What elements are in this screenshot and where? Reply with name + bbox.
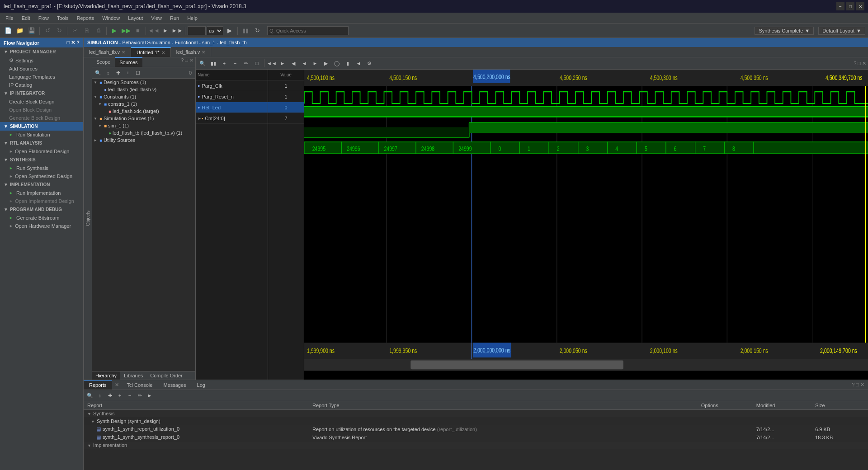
objects-panel[interactable]: Objects [84,57,92,380]
wave-prev-edge-button[interactable]: ◄◄ [267,58,277,68]
tree-led-flash-tb[interactable]: ● led_flash_tb (led_flash_tb.v) (1) [92,129,195,136]
wave-next-edge-button[interactable]: ► [278,58,288,68]
menu-tools[interactable]: Tools [53,14,72,22]
copy-button[interactable]: ⎘ [81,25,92,36]
tree-design-sources[interactable]: ▼ ■ Design Sources (1) [92,79,195,86]
nav-section-simulation-header[interactable]: ▼ SIMULATION [0,122,83,131]
implementation-collapse-icon[interactable]: ▼ [87,443,91,448]
step-forward-button[interactable]: ► [160,25,171,36]
wave-go-to-end-button[interactable]: ▶ [321,58,331,68]
menu-window[interactable]: Window [99,14,123,22]
new-file-button[interactable]: 📄 [3,25,14,36]
menu-edit[interactable]: Edit [18,14,34,22]
nav-item-create-block-design[interactable]: Create Block Design [0,98,83,106]
nav-section-synthesis-header[interactable]: ▼ SYNTHESIS [0,155,83,164]
nav-item-ip-catalog[interactable]: IP Catalog [0,81,83,89]
nav-item-open-synthesized-design[interactable]: ► Open Synthesized Design [0,172,83,180]
tree-xdc-file[interactable]: ■ led_flash.xdc (target) [92,108,195,115]
reports-add-button[interactable]: + [115,391,124,400]
tree-sim-sources[interactable]: ▼ ■ Simulation Sources (1) [92,115,195,122]
reports-search-button[interactable]: 🔍 [85,391,94,400]
tree-led-flash[interactable]: ● led_flash (led_flash.v) [92,86,195,93]
nav-section-project-manager-header[interactable]: ▼ PROJECT MANAGER [0,47,83,56]
menu-flow[interactable]: Flow [35,14,52,22]
nav-section-rtl-analysis-header[interactable]: ▼ RTL ANALYSIS [0,139,83,147]
reports-run-button[interactable]: ► [145,391,154,400]
nav-item-run-simulation[interactable]: ► Run Simulation [0,131,83,139]
nav-item-settings[interactable]: ⚙ Settings [0,56,83,65]
step-back-button[interactable]: ◄◄ [148,25,159,36]
run-all-button[interactable]: ▶▶ [121,25,132,36]
signal-parg-reset-row[interactable]: ● Parg_Reset_n [196,91,268,102]
menu-file[interactable]: File [2,14,17,22]
reports-expand-button[interactable]: ✚ [105,391,114,400]
wave-add-marker-button[interactable]: ◯ [332,58,342,68]
utilization-report-row[interactable]: ▤synth_1_synth_report_utilization_0 Repo… [84,425,868,433]
tree-sim1[interactable]: ▼ ■ sim_1 (1) [92,122,195,129]
tree-utility-sources[interactable]: ► ■ Utility Sources [92,136,195,144]
tab-led-flash-close[interactable]: ✕ [202,50,205,55]
run-button[interactable]: ▶ [109,25,120,36]
layout-selector[interactable]: Default Layout ▼ [818,27,865,35]
maximize-button[interactable]: □ [846,2,854,10]
tab-led-flash[interactable]: led_flash.v ✕ [171,47,212,56]
compile-order-tab[interactable]: Compile Order [146,371,186,380]
wave-zoom-full-button[interactable]: □ [252,58,262,68]
reports-edit-button[interactable]: ✏ [135,391,144,400]
wave-toggle-marker-button[interactable]: ▮ [343,58,353,68]
nav-item-add-sources[interactable]: Add Sources [0,65,83,73]
tab-led-flash-tb[interactable]: led_flash_tb.v ✕ [84,47,131,56]
sources-sort-button[interactable]: ↕ [104,68,113,77]
scope-tab[interactable]: Scope [92,57,115,67]
tree-constrs1[interactable]: ▼ ■ constrs_1 (1) [92,100,195,108]
paste-button[interactable]: ⎙ [93,25,104,36]
tab-untitled-1[interactable]: Untitled 1* ✕ [131,47,171,57]
wave-go-to-start-button[interactable]: ◀ [288,58,298,68]
refresh-button[interactable]: ↻ [252,25,263,36]
nav-section-implementation-header[interactable]: ▼ IMPLEMENTATION [0,180,83,189]
wave-settings-button[interactable]: ⚙ [364,58,374,68]
undo-button[interactable]: ↺ [42,25,53,36]
sources-tab[interactable]: Sources [115,57,142,67]
synth-design-collapse-icon[interactable]: ▼ [91,419,95,424]
wave-zoom-in-button[interactable]: + [219,58,229,68]
redo-button[interactable]: ↻ [54,25,65,36]
close-button[interactable]: ✕ [856,2,864,10]
signal-cnt-row[interactable]: ► ▪ Cnt[24:0] [196,113,268,124]
tab-untitled-1-close[interactable]: ✕ [161,50,165,55]
nav-item-run-synthesis[interactable]: ► Run Synthesis [0,164,83,172]
synthesis-dropdown-icon[interactable]: ▼ [805,28,810,33]
tree-constraints[interactable]: ▼ ■ Constraints (1) [92,93,195,100]
menu-view[interactable]: View [147,14,165,22]
signal-ret-led-row[interactable]: ● Ret_Led [196,102,268,113]
reports-close-icon[interactable]: ✕ [112,380,122,390]
sources-add-button[interactable]: + [123,68,132,77]
wave-prev-marker-button[interactable]: ◄ [354,58,363,68]
pause-button[interactable]: ▮▮ [240,25,251,36]
menu-layout[interactable]: Layout [124,14,146,22]
wave-zoom-out-button[interactable]: − [230,58,240,68]
nav-section-ip-integrator-header[interactable]: ▼ IP INTEGRATOR [0,89,83,98]
nav-item-generate-bitstream[interactable]: ► Generate Bitstream [0,214,83,222]
menu-run[interactable]: Run [166,14,183,22]
menu-reports[interactable]: Reports [73,14,98,22]
wave-zoom-sel-button[interactable]: ✏ [241,58,251,68]
nav-item-open-hardware-manager[interactable]: ► Open Hardware Manager [0,222,83,230]
synthesis-collapse-icon[interactable]: ▼ [87,412,91,416]
nav-section-program-debug-header[interactable]: ▼ PROGRAM AND DEBUG [0,205,83,214]
wave-next-button[interactable]: ► [310,58,320,68]
quick-access-input[interactable] [267,26,349,35]
synthesis-report-row[interactable]: ▤synth_1_synth_synthesis_report_0 Vivado… [84,433,868,442]
tab-led-flash-tb-close[interactable]: ✕ [122,50,125,55]
reports-remove-button[interactable]: − [125,391,134,400]
sim-time-apply-button[interactable]: ▶ [224,25,235,36]
minimize-button[interactable]: − [836,2,844,10]
sources-expand-button[interactable]: ✚ [113,68,123,77]
signal-parg-clk-row[interactable]: ● Parg_Clk [196,80,268,91]
save-button[interactable]: 💾 [26,25,37,36]
hierarchy-tab[interactable]: Hierarchy [92,371,120,380]
sources-search-button[interactable]: 🔍 [94,68,103,77]
nav-item-open-elaborated-design[interactable]: ► Open Elaborated Design [0,147,83,155]
nav-item-language-templates[interactable]: Language Templates [0,73,83,81]
open-file-button[interactable]: 📁 [14,25,25,36]
